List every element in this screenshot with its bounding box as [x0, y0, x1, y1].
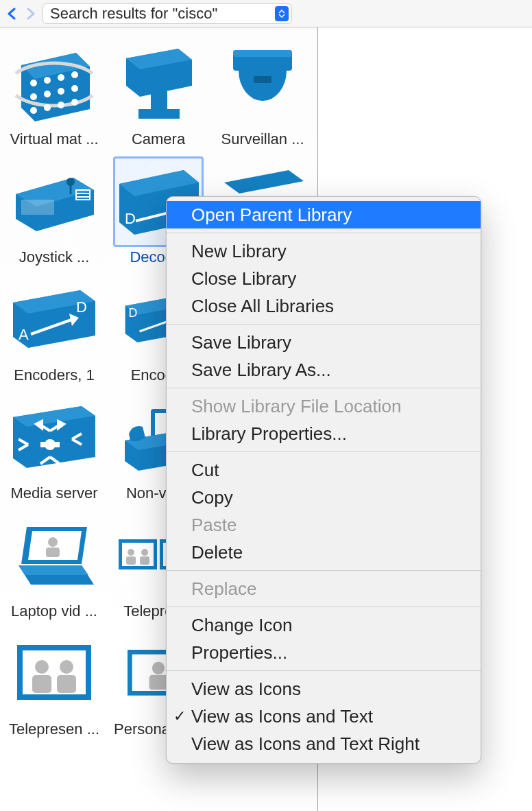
svg-point-10 [30, 107, 37, 114]
context-menu: Open Parent Library New Library Close Li… [166, 196, 481, 764]
stencil-thumbnail [9, 392, 99, 483]
media-server-icon [12, 405, 97, 471]
stencil-thumbnail [113, 38, 204, 129]
svg-rect-53 [46, 548, 60, 557]
stencil-thumbnail [217, 38, 308, 129]
stencil-telepresence-2[interactable]: Telepresen ... [3, 628, 106, 738]
svg-point-60 [141, 549, 148, 556]
stencil-thumbnail [9, 628, 99, 719]
menu-view-as-icons[interactable]: View as Icons [167, 675, 481, 703]
menu-replace: Replace [167, 575, 481, 602]
camera-icon [121, 46, 196, 121]
svg-rect-69 [32, 675, 51, 693]
menu-separator [167, 570, 481, 571]
stencil-label: Virtual mat ... [10, 130, 98, 148]
menu-separator [167, 388, 481, 388]
svg-point-70 [60, 660, 73, 674]
menu-change-icon[interactable]: Change Icon [167, 611, 481, 639]
svg-text:D: D [125, 210, 136, 227]
svg-point-9 [71, 85, 78, 92]
svg-rect-28 [23, 201, 53, 213]
menu-close-all-libraries[interactable]: Close All Libraries [167, 292, 481, 320]
stencil-label: Encoders, 1 [14, 366, 94, 384]
menu-separator [167, 324, 481, 325]
svg-point-12 [58, 102, 64, 108]
stencil-thumbnail [9, 38, 99, 129]
svg-rect-17 [138, 109, 180, 119]
menu-separator [167, 451, 481, 452]
menu-open-parent-library[interactable]: Open Parent Library [167, 201, 481, 228]
menu-show-file-location: Show Library File Location [167, 392, 481, 420]
virtual-matrix-icon [13, 46, 95, 121]
svg-rect-16 [151, 91, 167, 112]
svg-rect-61 [140, 556, 149, 565]
svg-rect-19 [233, 50, 292, 57]
joystick-icon [13, 171, 95, 233]
stencil-label: Surveillan ... [221, 130, 304, 148]
stencil-label: Media server [10, 484, 97, 502]
stencil-label: Camera [132, 130, 185, 148]
nav-forward-button[interactable] [23, 4, 38, 23]
svg-point-3 [44, 77, 51, 84]
svg-point-13 [71, 99, 78, 106]
menu-separator [167, 670, 481, 671]
svg-point-52 [48, 537, 58, 547]
stencil-virtual-matrix[interactable]: Virtual mat ... [3, 38, 106, 148]
menu-copy[interactable]: Copy [167, 484, 481, 511]
stencil-label: Laptop vid ... [11, 602, 97, 620]
svg-point-4 [58, 74, 64, 81]
svg-text:D: D [76, 298, 87, 316]
svg-point-8 [58, 88, 64, 95]
svg-rect-75 [149, 675, 168, 690]
svg-text:A: A [19, 326, 29, 343]
menu-view-as-icons-and-text-right[interactable]: View as Icons and Text Right [167, 730, 481, 757]
menu-save-library-as[interactable]: Save Library As... [167, 356, 481, 384]
stencil-thumbnail [9, 156, 99, 247]
search-results-dropdown[interactable]: Search results for "cisco" [43, 3, 292, 24]
menu-properties[interactable]: Properties... [167, 639, 481, 666]
stencil-label: Telepresen ... [9, 720, 99, 738]
laptop-icon [13, 521, 95, 590]
encoder-icon: A D [12, 289, 97, 351]
svg-point-6 [30, 93, 37, 100]
svg-point-11 [44, 104, 51, 111]
svg-marker-51 [19, 565, 88, 575]
stencil-label: Joystick ... [19, 248, 90, 266]
svg-point-7 [44, 91, 51, 97]
svg-rect-59 [126, 556, 136, 565]
stencil-laptop-video[interactable]: Laptop vid ... [3, 510, 106, 620]
menu-delete[interactable]: Delete [167, 539, 481, 566]
telepresence-screen-icon [13, 641, 95, 707]
menu-separator [167, 607, 481, 607]
checkmark-icon: ✓ [173, 707, 186, 725]
svg-point-5 [71, 71, 78, 78]
surveillance-icon [225, 46, 300, 121]
svg-text:D: D [128, 306, 137, 320]
svg-rect-43 [40, 442, 60, 447]
dropdown-stepper-icon [275, 6, 289, 21]
stencil-encoders-1[interactable]: A D Encoders, 1 [3, 274, 106, 384]
stencil-joystick[interactable]: Joystick ... [3, 156, 106, 266]
menu-close-library[interactable]: Close Library [167, 265, 481, 292]
svg-marker-32 [224, 170, 304, 193]
stencil-surveillance[interactable]: Surveillan ... [211, 38, 314, 148]
svg-point-2 [30, 80, 37, 86]
menu-new-library[interactable]: New Library [167, 237, 481, 265]
svg-rect-71 [57, 675, 76, 693]
stencil-media-server[interactable]: Media server [3, 392, 106, 502]
toolbar: Search results for "cisco" [0, 0, 532, 27]
menu-separator [167, 233, 481, 233]
menu-save-library[interactable]: Save Library [167, 329, 481, 356]
menu-paste: Paste [167, 511, 481, 539]
menu-view-as-icons-and-text[interactable]: ✓View as Icons and Text [167, 703, 481, 730]
search-results-label: Search results for "cisco" [50, 5, 275, 23]
stencil-thumbnail: A D [9, 274, 99, 365]
svg-point-68 [35, 660, 49, 674]
nav-back-button[interactable] [4, 4, 19, 23]
stencil-camera[interactable]: Camera [107, 38, 210, 148]
menu-library-properties[interactable]: Library Properties... [167, 420, 481, 447]
svg-rect-67 [23, 650, 86, 694]
menu-cut[interactable]: Cut [167, 456, 481, 484]
svg-point-74 [152, 662, 165, 674]
svg-rect-20 [254, 76, 271, 83]
